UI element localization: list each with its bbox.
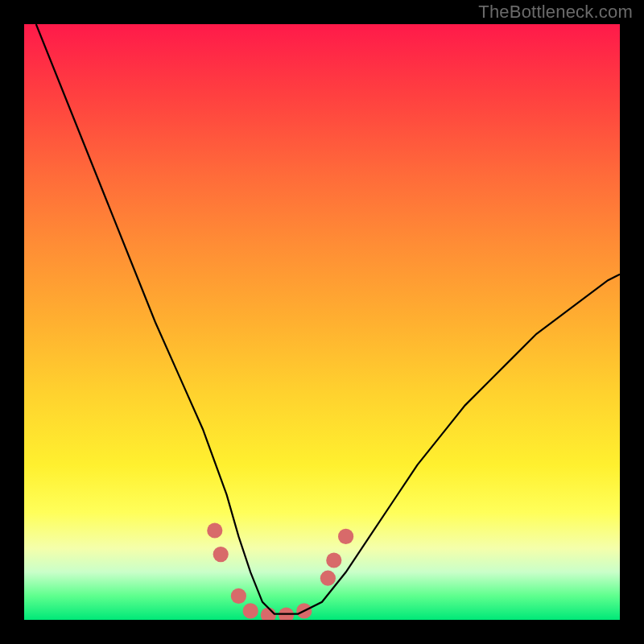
marker-group — [207, 522, 353, 620]
marker-point — [207, 522, 222, 538]
marker-point — [231, 588, 246, 604]
chart-frame: TheBottleneck.com — [0, 0, 644, 644]
chart-svg — [24, 24, 620, 620]
marker-point — [213, 547, 229, 562]
watermark-text: TheBottleneck.com — [478, 2, 633, 23]
marker-point — [243, 603, 258, 618]
marker-point — [338, 529, 353, 544]
bottleneck-curve — [36, 24, 620, 614]
plot-area — [24, 24, 620, 620]
marker-point — [326, 552, 341, 568]
marker-point — [320, 571, 336, 586]
